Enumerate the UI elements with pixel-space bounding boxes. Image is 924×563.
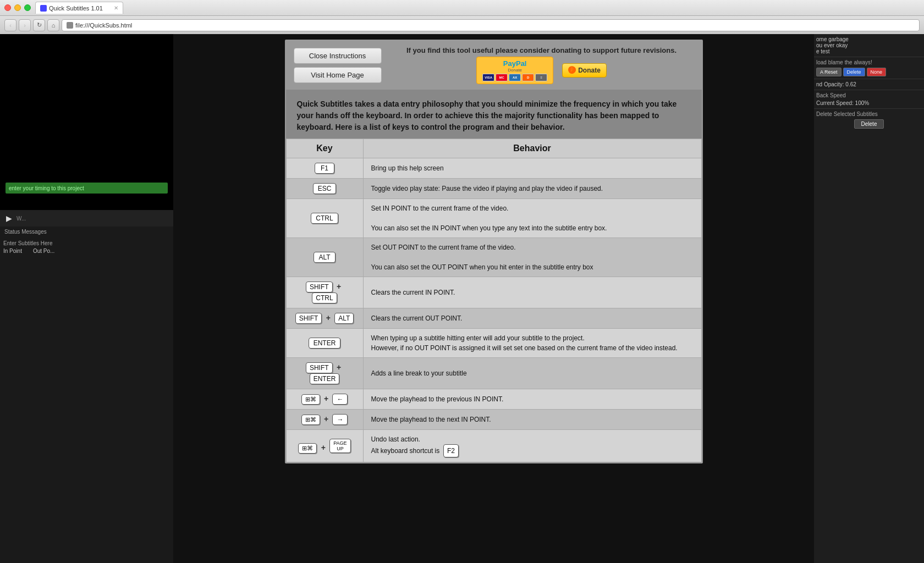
browser-chrome: Quick Subtitles 1.01 ✕ ‹ › ↻ ⌂ file:///Q…	[0, 0, 924, 34]
f2-key: F2	[443, 444, 459, 457]
title-bar: Quick Subtitles 1.01 ✕	[0, 0, 924, 15]
video-subtitle-text: enter your timing to this project	[9, 185, 84, 191]
timecode: W...	[16, 216, 26, 222]
tab-close-icon[interactable]: ✕	[114, 5, 118, 11]
behavior-cell: Bring up this help screen	[363, 158, 701, 179]
plus-icon6: +	[321, 443, 326, 452]
delete-subtitle-button[interactable]: Delete	[854, 119, 884, 129]
video-controls: ▶ W...	[0, 210, 173, 227]
instructions-body: Quick Subtitles takes a data entry philo…	[286, 90, 702, 462]
esc-key: ESC	[313, 183, 337, 194]
cmd-key2: ⊞⌘	[301, 415, 320, 425]
close-window-button[interactable]	[4, 4, 11, 11]
speed-value: Current Speed: 100%	[816, 100, 922, 106]
behavior-cell: Clears the current OUT POINT.	[363, 308, 701, 329]
col-header-behavior: Behavior	[363, 139, 701, 158]
none-button[interactable]: None	[867, 68, 887, 76]
amex-icon: AX	[509, 74, 521, 81]
table-row: ⊞⌘ + ← Move the playhead to the previous…	[286, 389, 701, 410]
nav-back-button[interactable]: ‹	[4, 19, 16, 31]
donate-area: If you find this tool useful please cons…	[389, 46, 694, 84]
right-test-text: e test	[816, 48, 922, 54]
close-instructions-button[interactable]: Close Instructions	[294, 48, 382, 64]
browser-tab[interactable]: Quick Subtitles 1.01 ✕	[35, 2, 123, 14]
right-status-section: ome garbage ou ever okay e test	[814, 34, 924, 57]
f1-key: F1	[315, 163, 334, 174]
visit-homepage-button[interactable]: Visit Home Page	[294, 67, 382, 83]
right-opacity-section: nd Opacity: 0.62	[814, 79, 924, 90]
plus-icon: +	[337, 282, 341, 291]
right-subtitle-label: load blame the always!	[816, 59, 922, 65]
plus-icon2: +	[326, 313, 331, 322]
behavior-text: Set IN POINT to the current frame of the…	[371, 205, 607, 232]
payment-cards: VISA MC AX D ≡	[482, 74, 547, 81]
behavior-text: Bring up this help screen	[371, 164, 444, 172]
minimize-window-button[interactable]	[14, 4, 21, 11]
col-header-key: Key	[286, 139, 363, 158]
discover-icon: D	[522, 74, 534, 81]
key-cell: ⊞⌘ + PAGEUP	[286, 430, 363, 462]
behavior-text: Clears the current OUT POINT.	[371, 314, 463, 322]
enter-key: ENTER	[309, 338, 341, 349]
reset-button[interactable]: A Reset	[816, 68, 842, 76]
tab-favicon-icon	[40, 5, 47, 12]
maximize-window-button[interactable]	[24, 4, 31, 11]
subtitle-entry-label: Enter Subtitles Here	[3, 240, 170, 246]
donate-buttons-row: PayPal Donate VISA MC AX D ≡ 🅟 D	[476, 57, 607, 84]
mastercard-icon: MC	[496, 74, 508, 81]
table-row: ESC Toggle video play state: Pause the v…	[286, 179, 701, 199]
behavior-cell: Adds a line break to your subtitle	[363, 358, 701, 389]
behavior-text: Toggle video play state: Pause the video…	[371, 185, 603, 192]
table-row: F1 Bring up this help screen	[286, 158, 701, 179]
ctrl-key2: CTRL	[312, 292, 337, 303]
behavior-cell: Move the playhead to the next IN POINT.	[363, 410, 701, 430]
delete-subtitle-label: Delete Selected Subtitles	[816, 111, 922, 117]
behavior-text: Undo last action.Alt keyboard shortcut i…	[371, 435, 459, 455]
bank-icon: ≡	[535, 74, 547, 81]
table-row: SHIFT + CTRL Clears the current IN POINT…	[286, 277, 701, 308]
in-point-label: In Point	[3, 248, 22, 254]
nav-forward-button[interactable]: ›	[19, 19, 31, 31]
behavior-cell: Set OUT POINT to the current frame of th…	[363, 238, 701, 277]
key-cell: ENTER	[286, 329, 363, 358]
delete-subtitle-section: Delete Selected Subtitles Delete	[814, 109, 924, 133]
plus-icon5: +	[324, 415, 328, 423]
tab-label: Quick Subtitles 1.01	[49, 5, 103, 12]
status-messages-area: Status Messages	[0, 227, 173, 237]
shift-key: SHIFT	[306, 282, 333, 292]
paypal-logo: PayPal	[503, 59, 527, 68]
right-speed-section: Back Speed Current Speed: 100%	[814, 90, 924, 109]
nav-refresh-button[interactable]: ↻	[33, 19, 45, 31]
behavior-text: Move the playhead to the previous IN POI…	[371, 395, 504, 403]
cmd-key3: ⊞⌘	[298, 443, 317, 454]
delete-button[interactable]: Delete	[843, 68, 865, 76]
shift-key2: SHIFT	[295, 313, 322, 324]
paypal2-donate-button[interactable]: 🅟 Donate	[562, 63, 607, 78]
speed-label: Back Speed	[816, 92, 922, 98]
behavior-cell: Set IN POINT to the current frame of the…	[363, 199, 701, 238]
key-cell: SHIFT + ENTER	[286, 358, 363, 389]
video-screen: enter your timing to this project	[0, 34, 173, 210]
behavior-text: Adds a line break to your subtitle	[371, 369, 467, 377]
cmd-key: ⊞⌘	[301, 394, 320, 405]
behavior-cell: Undo last action.Alt keyboard shortcut i…	[363, 430, 701, 462]
instructions-header: Close Instructions Visit Home Page If yo…	[286, 41, 702, 90]
key-cell: ESC	[286, 179, 363, 199]
address-bar[interactable]: file:///QuickSubs.html	[62, 19, 920, 31]
key-cell: CTRL	[286, 199, 363, 238]
behavior-cell: Move the playhead to the previous IN POI…	[363, 389, 701, 410]
intro-text: Quick Subtitles takes a data entry philo…	[286, 90, 702, 139]
behavior-cell: When typing up a subtitle hitting enter …	[363, 329, 701, 358]
video-subtitle-bar: enter your timing to this project	[6, 183, 168, 194]
behavior-text: Move the playhead to the next IN POINT.	[371, 416, 491, 423]
opacity-text: nd Opacity: 0.62	[816, 81, 922, 87]
table-row: CTRL Set IN POINT to the current frame o…	[286, 199, 701, 238]
behavior-text: Set OUT POINT to the current frame of th…	[371, 244, 593, 271]
video-area: enter your timing to this project ▶ W...…	[0, 34, 173, 243]
donate-label: Donate	[508, 68, 522, 73]
play-button[interactable]: ▶	[4, 214, 13, 223]
table-row: ENTER When typing up a subtitle hitting …	[286, 329, 701, 358]
paypal-donate-button[interactable]: PayPal Donate VISA MC AX D ≡	[476, 57, 553, 84]
nav-home-button[interactable]: ⌂	[47, 19, 59, 31]
shift-key3: SHIFT	[306, 362, 333, 373]
